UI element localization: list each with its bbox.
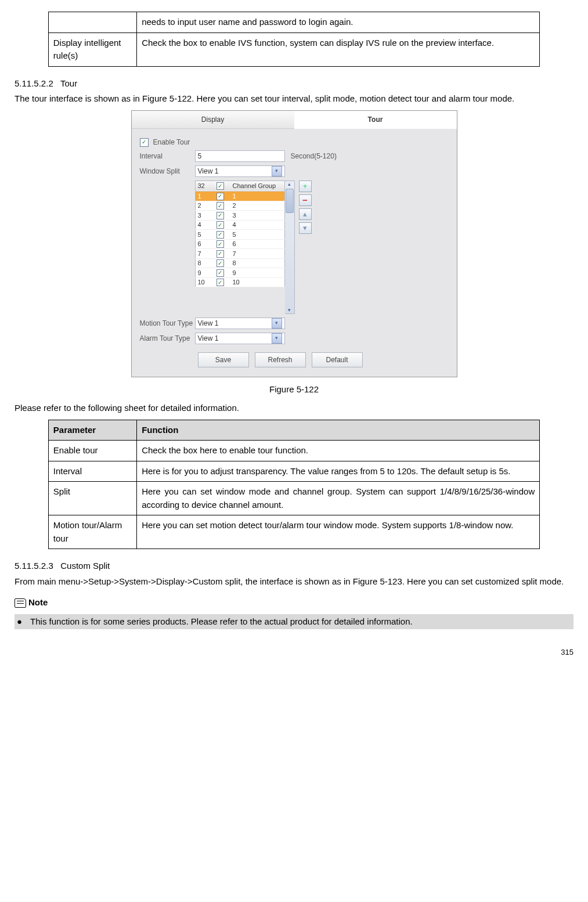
bullet-text: This function is for some series product… [30, 615, 413, 629]
section-title: Tour [60, 78, 77, 88]
section-number: 5.11.5.2.2 [15, 78, 53, 88]
table-row[interactable]: 9✓9 [195, 268, 284, 278]
row-checkbox[interactable]: ✓ [217, 202, 224, 210]
save-button[interactable]: Save [198, 352, 249, 367]
remove-button[interactable]: − [299, 194, 312, 206]
default-button[interactable]: Default [312, 352, 363, 367]
table-row: SplitHere you can set window mode and ch… [48, 482, 539, 515]
scrollbar[interactable]: ▴ ▾ [285, 181, 295, 314]
table-row[interactable]: 2✓2 [195, 201, 284, 211]
figure-caption: Figure 5-122 [15, 383, 573, 396]
row-checkbox[interactable]: ✓ [217, 221, 224, 229]
row-checkbox[interactable]: ✓ [217, 240, 224, 248]
row-checkbox[interactable]: ✓ [217, 279, 224, 286]
table-row[interactable]: 1✓1 [195, 192, 284, 201]
channel-group-table[interactable]: 32 ✓ Channel Group 1✓12✓23✓34✓45✓56✓67✓7… [195, 181, 285, 288]
table-row[interactable]: 8✓8 [195, 258, 284, 268]
motion-tour-label: Motion Tour Type [140, 319, 195, 327]
row-checkbox[interactable]: ✓ [217, 212, 224, 219]
section-paragraph: From main menu->Setup->System->Display->… [15, 575, 573, 589]
table-row[interactable]: 10✓10 [195, 277, 284, 287]
cell: Check the box to enable IVS function, sy… [137, 33, 540, 66]
row-checkbox[interactable]: ✓ [217, 259, 224, 267]
page-number: 315 [15, 647, 573, 658]
top-table: needs to input user name and password to… [48, 12, 540, 67]
table-row: IntervalHere is for you to adjust transp… [48, 461, 539, 482]
chevron-down-icon: ▾ [272, 333, 282, 344]
header-checkbox[interactable]: ✓ [217, 182, 224, 190]
motion-tour-select[interactable]: View 1 ▾ [195, 317, 285, 329]
section-paragraph: The tour interface is shown as in Figure… [15, 92, 573, 106]
row-checkbox[interactable]: ✓ [217, 269, 224, 277]
section-number: 5.11.5.2.3 [15, 561, 53, 571]
chevron-down-icon: ▾ [288, 307, 291, 313]
cell: Display intelligent rule(s) [48, 33, 136, 66]
window-split-label: Window Split [140, 167, 195, 175]
table-row[interactable]: 5✓5 [195, 230, 284, 240]
alarm-tour-label: Alarm Tour Type [140, 334, 195, 342]
tab-tour[interactable]: Tour [294, 111, 457, 129]
window-split-select[interactable]: View 1 ▾ [195, 165, 285, 177]
section-title: Custom Split [60, 561, 110, 571]
table-row[interactable]: 7✓7 [195, 249, 284, 259]
interval-input[interactable]: 5 [195, 150, 285, 162]
refresh-button[interactable]: Refresh [255, 352, 306, 367]
row-checkbox[interactable]: ✓ [217, 250, 224, 258]
enable-tour-checkbox[interactable]: ✓ [140, 138, 149, 147]
row-checkbox[interactable]: ✓ [217, 231, 224, 239]
chevron-down-icon: ▾ [272, 166, 282, 176]
note-icon [15, 598, 26, 608]
table-row: Enable tourCheck the box here to enable … [48, 441, 539, 461]
table-row[interactable]: 6✓6 [195, 239, 284, 249]
th-parameter: Parameter [48, 420, 136, 441]
table-row: Motion tour/Alarm tourHere you can set m… [48, 515, 539, 549]
add-button[interactable]: + [299, 181, 312, 192]
th-function: Function [137, 420, 540, 441]
scroll-thumb[interactable] [286, 189, 294, 213]
interval-label: Interval [140, 152, 195, 160]
table-row[interactable]: 3✓3 [195, 211, 284, 221]
move-up-button[interactable]: ▴ [299, 208, 312, 220]
sheet-intro: Please refer to the following sheet for … [15, 402, 573, 415]
table-row[interactable]: 4✓4 [195, 220, 284, 230]
chevron-down-icon: ▾ [272, 318, 282, 329]
note-label: Note [28, 596, 48, 609]
tab-display[interactable]: Display [132, 111, 294, 129]
parameter-table: Parameter Function Enable tourCheck the … [48, 420, 540, 550]
enable-tour-label: Enable Tour [153, 138, 190, 146]
alarm-tour-select[interactable]: View 1 ▾ [195, 333, 285, 344]
chevron-up-icon: ▴ [288, 181, 291, 187]
tour-ui-screenshot: Display Tour ✓ Enable Tour Interval 5 Se… [131, 110, 457, 377]
cell: needs to input user name and password to… [137, 12, 540, 33]
bullet-icon: ● [17, 615, 22, 629]
move-down-button[interactable]: ▾ [299, 222, 312, 234]
row-checkbox[interactable]: ✓ [217, 193, 224, 200]
interval-suffix: Second(5-120) [291, 152, 337, 160]
